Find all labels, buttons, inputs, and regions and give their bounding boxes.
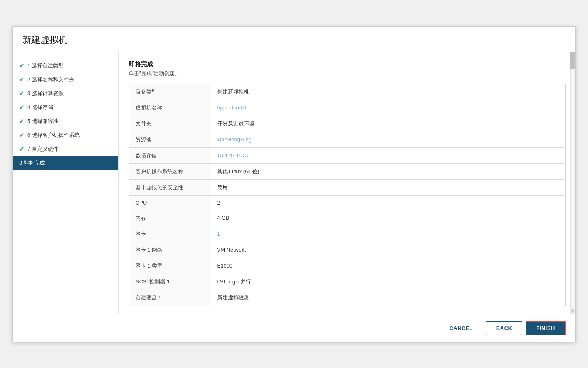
section-heading: 即将完成 [129, 60, 566, 68]
row-label: 创建硬盘 1 [129, 290, 211, 306]
row-label: 虚拟机名称 [129, 100, 211, 116]
content-header: 即将完成 单击"完成"启动创建。 [129, 60, 566, 77]
row-value: 1 [211, 226, 566, 242]
row-label: 网卡 [129, 226, 211, 242]
finish-button[interactable]: FINISH [526, 321, 566, 335]
sidebar-item-step1[interactable]: ✔1 选择创建类型 [13, 59, 118, 73]
sidebar-item-label: 3 选择计算资源 [27, 90, 64, 97]
row-label: 基于虚拟化的安全性 [129, 179, 211, 195]
sidebar-item-step4[interactable]: ✔4 选择存储 [13, 100, 118, 114]
check-icon: ✔ [19, 146, 24, 152]
sidebar-item-label: 5 选择兼容性 [27, 118, 58, 125]
row-value: 2 [211, 195, 566, 210]
row-label: 文件夹 [129, 116, 211, 132]
row-value: hyperdoor01 [211, 100, 566, 116]
row-label: 客户机操作系统名称 [129, 163, 211, 179]
content-scroll[interactable]: 即将完成 单击"完成"启动创建。 置备类型创建新虚拟机虚拟机名称hyperdoo… [119, 52, 575, 314]
check-icon: ✔ [19, 62, 24, 69]
sidebar-item-step7[interactable]: ✔7 自定义硬件 [13, 142, 118, 156]
sidebar-item-label: 7 自定义硬件 [27, 145, 58, 153]
row-value: 4 GB [211, 210, 566, 226]
row-value: VM Network [211, 242, 566, 258]
table-row: SCSI 控制器 1LSI Logic 并行 [129, 274, 566, 290]
scrollbar-thumb[interactable] [570, 52, 575, 69]
table-row: 资源池MaoHongMing [129, 132, 566, 147]
sidebar-item-step5[interactable]: ✔5 选择兼容性 [13, 114, 118, 128]
summary-table: 置备类型创建新虚拟机虚拟机名称hyperdoor01文件夹开发及测试环境资源池M… [129, 84, 566, 306]
row-label: 网卡 1 网络 [129, 242, 211, 258]
table-row: 基于虚拟化的安全性禁用 [129, 179, 566, 195]
row-value: LSI Logic 并行 [211, 274, 566, 290]
table-row: 网卡 1 网络VM Network [129, 242, 566, 258]
sidebar-item-label: 4 选择存储 [27, 104, 53, 111]
check-icon: ✔ [19, 90, 24, 97]
row-value: 新建虚拟磁盘 [211, 290, 566, 306]
check-icon: ✔ [19, 104, 24, 111]
table-row: 客户机操作系统名称其他 Linux (64 位) [129, 163, 566, 179]
table-row: 网卡 1 类型E1000 [129, 258, 566, 274]
back-button[interactable]: BACK [486, 321, 523, 335]
row-value: 禁用 [211, 179, 566, 195]
row-label: 资源池 [129, 132, 211, 147]
row-label: SCSI 控制器 1 [129, 274, 211, 290]
sidebar-item-label: 6 选择客户机操作系统 [27, 132, 80, 139]
dialog-footer: CANCEL BACK FINISH [13, 314, 575, 342]
table-row: 创建硬盘 1新建虚拟磁盘 [129, 290, 566, 306]
dialog-body: ✔1 选择创建类型✔2 选择名称和文件夹✔3 选择计算资源✔4 选择存储✔5 选… [13, 52, 575, 314]
table-row: 数据存储10.4-4T-POC [129, 147, 566, 163]
main-content: 即将完成 单击"完成"启动创建。 置备类型创建新虚拟机虚拟机名称hyperdoo… [119, 52, 575, 314]
check-icon: ✔ [19, 118, 24, 125]
row-label: CPU [129, 195, 211, 210]
row-label: 数据存储 [129, 147, 211, 163]
table-row: CPU2 [129, 195, 566, 210]
table-row: 网卡1 [129, 226, 566, 242]
section-subtext: 单击"完成"启动创建。 [129, 70, 566, 77]
row-label: 置备类型 [129, 84, 211, 100]
dialog-title: 新建虚拟机 [13, 27, 575, 52]
row-value: 10.4-4T-POC [211, 147, 566, 163]
scroll-down-arrow[interactable]: ▼ [570, 308, 575, 314]
table-row: 文件夹开发及测试环境 [129, 116, 566, 132]
sidebar-item-step6[interactable]: ✔6 选择客户机操作系统 [13, 128, 118, 142]
new-vm-dialog: 新建虚拟机 ✔1 选择创建类型✔2 选择名称和文件夹✔3 选择计算资源✔4 选择… [12, 26, 576, 342]
row-value: E1000 [211, 258, 566, 274]
table-row: 虚拟机名称hyperdoor01 [129, 100, 566, 116]
row-value: 开发及测试环境 [211, 116, 566, 132]
check-icon: ✔ [19, 76, 24, 83]
table-row: 置备类型创建新虚拟机 [129, 84, 566, 100]
table-row: 内存4 GB [129, 210, 566, 226]
cancel-button[interactable]: CANCEL [440, 322, 483, 335]
scrollbar[interactable]: ▼ [570, 52, 575, 314]
check-icon: ✔ [19, 132, 24, 138]
sidebar-item-label: 1 选择创建类型 [27, 62, 64, 69]
sidebar-item-label: 2 选择名称和文件夹 [27, 76, 74, 83]
row-label: 内存 [129, 210, 211, 226]
sidebar-item-step3[interactable]: ✔3 选择计算资源 [13, 87, 118, 100]
sidebar-item-step8[interactable]: 8 即将完成 [13, 156, 118, 170]
row-value: 创建新虚拟机 [211, 84, 566, 100]
sidebar-item-step2[interactable]: ✔2 选择名称和文件夹 [13, 73, 118, 87]
row-value: MaoHongMing [211, 132, 566, 147]
sidebar: ✔1 选择创建类型✔2 选择名称和文件夹✔3 选择计算资源✔4 选择存储✔5 选… [13, 52, 119, 314]
sidebar-item-label: 8 即将完成 [19, 159, 45, 167]
row-label: 网卡 1 类型 [129, 258, 211, 274]
row-value: 其他 Linux (64 位) [211, 163, 566, 179]
